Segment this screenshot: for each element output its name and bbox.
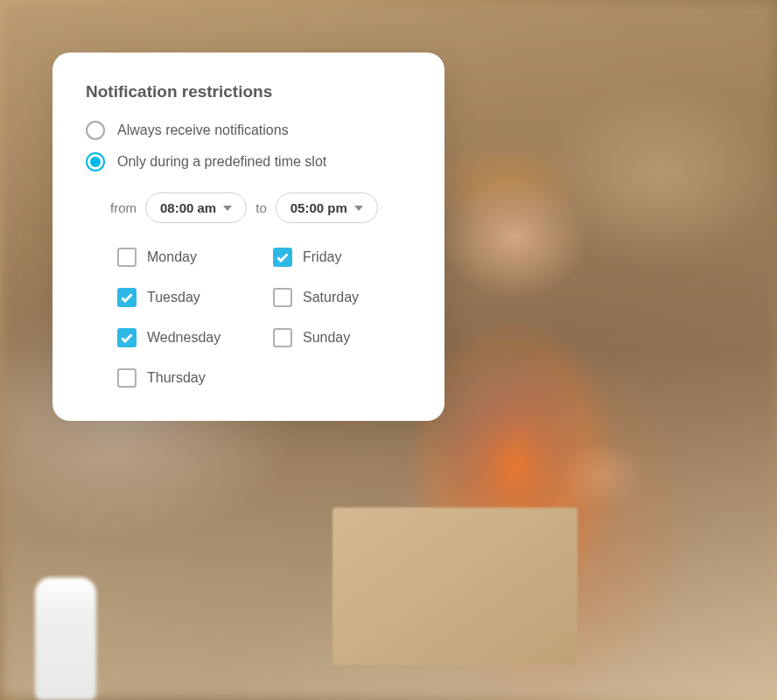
day-wednesday[interactable]: Wednesday (117, 328, 256, 347)
radio-icon (86, 152, 105, 172)
checkbox-icon (117, 328, 136, 347)
radio-icon (86, 121, 105, 140)
day-label: Friday (303, 249, 341, 265)
checkbox-icon (117, 368, 136, 388)
chevron-down-icon (223, 206, 232, 211)
option-always[interactable]: Always receive notifications (86, 121, 411, 140)
day-label: Monday (147, 249, 197, 265)
chevron-down-icon (354, 206, 363, 211)
day-label: Tuesday (147, 290, 200, 305)
from-time-select[interactable]: 08:00 am (145, 192, 247, 223)
card-title: Notification restrictions (86, 82, 411, 102)
days-grid: Monday Friday Tuesday Saturday Wednesday (117, 248, 411, 388)
checkbox-icon (273, 288, 292, 307)
checkbox-icon (117, 248, 136, 267)
day-sunday[interactable]: Sunday (273, 328, 411, 347)
day-thursday[interactable]: Thursday (117, 368, 256, 388)
day-label: Sunday (303, 330, 350, 346)
to-time-select[interactable]: 05:00 pm (276, 192, 378, 223)
day-label: Wednesday (147, 330, 220, 346)
from-time-value: 08:00 am (160, 200, 216, 215)
checkbox-icon (117, 288, 136, 307)
time-range-row: from 08:00 am to 05:00 pm (110, 192, 411, 223)
option-label: Always receive notifications (117, 122, 289, 138)
to-time-value: 05:00 pm (290, 200, 347, 215)
notification-restrictions-card: Notification restrictions Always receive… (52, 52, 444, 421)
day-tuesday[interactable]: Tuesday (117, 288, 256, 307)
day-saturday[interactable]: Saturday (273, 288, 411, 307)
checkbox-icon (273, 248, 292, 267)
from-label: from (110, 200, 136, 215)
checkbox-icon (273, 328, 292, 347)
option-label: Only during a predefined time slot (117, 154, 326, 170)
background-bottle (35, 578, 96, 700)
day-label: Saturday (303, 290, 359, 305)
option-timeslot[interactable]: Only during a predefined time slot (86, 152, 411, 172)
background-box (332, 508, 578, 665)
to-label: to (256, 200, 267, 215)
day-friday[interactable]: Friday (273, 248, 411, 267)
day-label: Thursday (147, 370, 206, 386)
day-monday[interactable]: Monday (117, 248, 256, 267)
